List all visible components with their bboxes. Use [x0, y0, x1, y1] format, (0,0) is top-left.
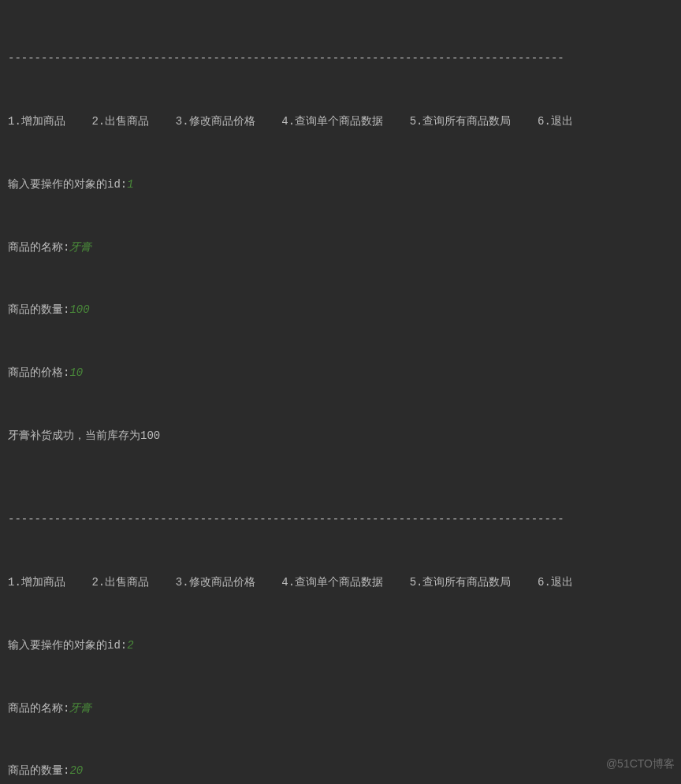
name-prompt: 商品的名称: [8, 241, 69, 254]
terminal-output: ----------------------------------------… [8, 6, 673, 784]
id-input: 1 [127, 178, 133, 191]
menu-line: 1.增加商品 2.出售商品 3.修改商品价格 4.查询单个商品数据 5.查询所有… [8, 111, 673, 132]
quantity-prompt: 商品的数量: [8, 303, 69, 316]
result-output: 牙膏补货成功，当前库存为100 [8, 425, 673, 447]
name-input: 牙膏 [69, 702, 91, 715]
quantity-input: 100 [69, 303, 89, 316]
menu-line: 1.增加商品 2.出售商品 3.修改商品价格 4.查询单个商品数据 5.查询所有… [8, 572, 673, 593]
price-input: 10 [69, 366, 83, 379]
id-prompt: 输入要操作的对象的id: [8, 178, 127, 191]
name-input: 牙膏 [69, 241, 91, 254]
divider: ----------------------------------------… [8, 48, 673, 69]
quantity-prompt: 商品的数量: [8, 764, 69, 777]
watermark: @51CTO博客 [606, 753, 675, 775]
name-prompt: 商品的名称: [8, 702, 69, 715]
id-prompt: 输入要操作的对象的id: [8, 639, 127, 652]
quantity-input: 20 [69, 764, 83, 777]
divider: ----------------------------------------… [8, 509, 673, 530]
price-prompt: 商品的价格: [8, 366, 69, 379]
id-input: 2 [127, 639, 133, 652]
